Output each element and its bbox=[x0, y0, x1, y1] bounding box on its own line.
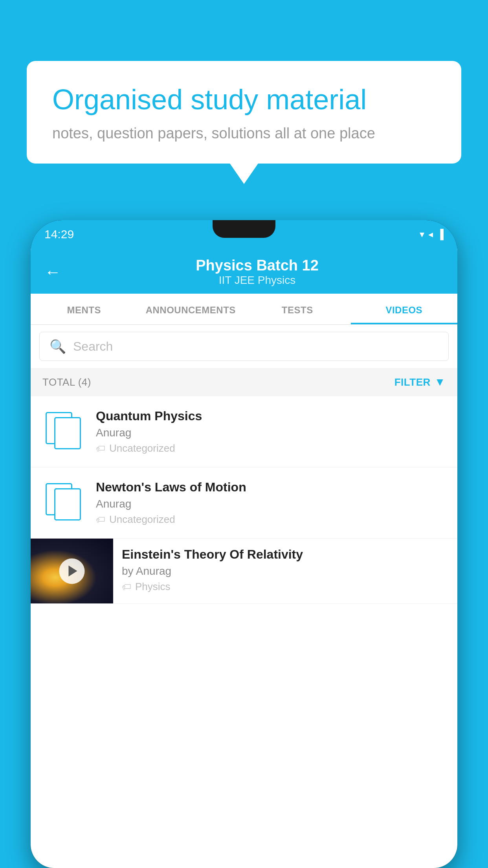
speech-bubble: Organised study material notes, question… bbox=[27, 61, 461, 164]
tab-announcements[interactable]: ANNOUNCEMENTS bbox=[138, 294, 244, 324]
tag-label: Physics bbox=[135, 581, 171, 593]
search-icon: 🔍 bbox=[50, 338, 66, 354]
speech-bubble-subtitle: notes, question papers, solutions all at… bbox=[52, 125, 436, 142]
total-count: TOTAL (4) bbox=[42, 376, 91, 388]
video-info-1: Quantum Physics Anurag 🏷 Uncategorized bbox=[96, 409, 446, 454]
header-subtitle: IIT JEE Physics bbox=[71, 274, 444, 287]
tag-icon: 🏷 bbox=[96, 514, 105, 525]
tag-label: Uncategorized bbox=[109, 513, 175, 526]
list-item[interactable]: Quantum Physics Anurag 🏷 Uncategorized bbox=[31, 396, 457, 467]
search-container: 🔍 Search bbox=[31, 325, 457, 368]
speech-bubble-container: Organised study material notes, question… bbox=[27, 61, 461, 164]
phone-frame: 14:29 ▾ ◂ ▐ ← Physics Batch 12 IIT JEE P… bbox=[31, 220, 457, 868]
video-title: Einstein's Theory Of Relativity bbox=[122, 547, 449, 562]
header-title-group: Physics Batch 12 IIT JEE Physics bbox=[71, 257, 444, 287]
back-button[interactable]: ← bbox=[44, 263, 61, 281]
status-bar: 14:29 ▾ ◂ ▐ bbox=[31, 220, 457, 248]
video-thumb-2 bbox=[42, 480, 85, 523]
list-item[interactable]: Newton's Laws of Motion Anurag 🏷 Uncateg… bbox=[31, 467, 457, 539]
video-info-2: Newton's Laws of Motion Anurag 🏷 Uncateg… bbox=[96, 480, 446, 526]
video-tag: 🏷 Uncategorized bbox=[96, 513, 446, 526]
filter-bar: TOTAL (4) FILTER ▼ bbox=[31, 368, 457, 396]
video-author: Anurag bbox=[96, 427, 446, 439]
tag-icon: 🏷 bbox=[122, 581, 131, 592]
battery-icon: ▐ bbox=[437, 229, 444, 240]
video-thumb-1 bbox=[42, 409, 85, 452]
search-box[interactable]: 🔍 Search bbox=[39, 332, 449, 361]
tag-icon: 🏷 bbox=[96, 443, 105, 454]
tab-tests[interactable]: TESTS bbox=[244, 294, 351, 324]
status-icons: ▾ ◂ ▐ bbox=[420, 229, 444, 240]
filter-button[interactable]: FILTER ▼ bbox=[394, 376, 446, 388]
video-tag: 🏷 Uncategorized bbox=[96, 442, 446, 454]
wifi-icon: ▾ bbox=[420, 229, 424, 240]
tab-videos[interactable]: VIDEOS bbox=[351, 294, 458, 324]
header-title: Physics Batch 12 bbox=[71, 257, 444, 274]
video-title: Newton's Laws of Motion bbox=[96, 480, 446, 495]
signal-icon: ◂ bbox=[428, 229, 433, 240]
speech-bubble-title: Organised study material bbox=[52, 83, 436, 116]
filter-icon: ▼ bbox=[435, 376, 446, 388]
tab-ments[interactable]: MENTS bbox=[31, 294, 138, 324]
filter-label: FILTER bbox=[394, 376, 431, 388]
video-list: Quantum Physics Anurag 🏷 Uncategorized bbox=[31, 396, 457, 604]
file-icon bbox=[46, 412, 81, 449]
tag-label: Uncategorized bbox=[109, 442, 175, 454]
search-placeholder: Search bbox=[73, 339, 113, 354]
status-time: 14:29 bbox=[44, 228, 74, 241]
play-button[interactable] bbox=[59, 558, 85, 584]
einstein-thumbnail bbox=[31, 539, 113, 603]
play-icon bbox=[68, 566, 77, 577]
file-icon bbox=[46, 483, 81, 520]
phone-content: ← Physics Batch 12 IIT JEE Physics MENTS… bbox=[31, 248, 457, 868]
video-author: Anurag bbox=[96, 498, 446, 510]
video-info-3: Einstein's Theory Of Relativity by Anura… bbox=[113, 539, 457, 601]
app-header: ← Physics Batch 12 IIT JEE Physics bbox=[31, 248, 457, 294]
list-item[interactable]: Einstein's Theory Of Relativity by Anura… bbox=[31, 539, 457, 604]
video-author: by Anurag bbox=[122, 565, 449, 577]
tabs-bar: MENTS ANNOUNCEMENTS TESTS VIDEOS bbox=[31, 294, 457, 325]
video-title: Quantum Physics bbox=[96, 409, 446, 423]
notch bbox=[213, 220, 275, 238]
video-tag: 🏷 Physics bbox=[122, 581, 449, 593]
